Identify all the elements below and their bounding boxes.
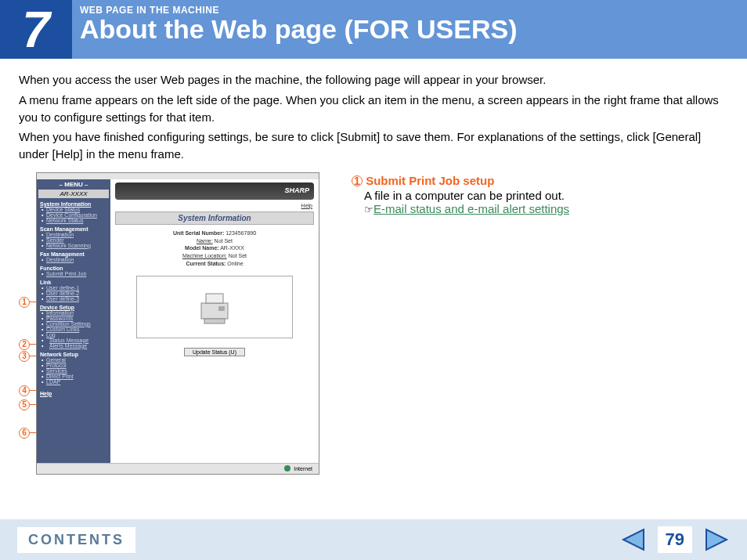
svg-rect-1 (206, 294, 223, 303)
embedded-screenshot: – MENU – AR-XXXX System Information Devi… (36, 172, 319, 475)
info-item-1-desc: A file in a computer can be printed out. (364, 189, 569, 202)
browser-status-bar: Internet (37, 463, 319, 474)
next-page-button[interactable] (703, 528, 730, 551)
email-settings-link[interactable]: E-mail status and e-mail alert settings (374, 202, 569, 215)
page-footer: CONTENTS 79 (0, 519, 747, 560)
header-text-block: WEB PAGE IN THE MACHINE About the Web pa… (72, 0, 517, 59)
pointer-icon: ☞ (364, 204, 374, 215)
intro-p1: When you access the user Web pages in th… (19, 71, 728, 89)
globe-icon (284, 465, 290, 471)
update-status-button: Update Status (U) (184, 348, 245, 356)
printer-illustration (136, 276, 293, 338)
chapter-number: 7 (0, 0, 72, 59)
chapter-header: 7 WEB PAGE IN THE MACHINE About the Web … (0, 0, 747, 59)
content-frame: SHARP Help System Information Unit Seria… (110, 179, 319, 359)
intro-p2: A menu frame appears on the left side of… (19, 92, 728, 126)
chapter-title: About the Web page (FOR USERS) (80, 14, 517, 45)
intro-paragraphs: When you access the user Web pages in th… (0, 59, 747, 172)
printer-icon (195, 287, 234, 327)
page-number: 79 (658, 526, 692, 553)
svg-marker-5 (706, 529, 727, 550)
info-item-1-number: 1 (352, 175, 363, 186)
prev-page-button[interactable] (620, 528, 647, 551)
contents-button[interactable]: CONTENTS (17, 527, 135, 553)
menu-frame: – MENU – AR-XXXX System Information Devi… (37, 179, 110, 463)
svg-rect-2 (204, 319, 225, 323)
intro-p3: When you have finished configuring setti… (19, 128, 728, 163)
screenshot-wrapper: 1 2 3 4 5 6 – MENU – AR-XXXX System Info… (19, 172, 320, 475)
info-panel: 1 Submit Print Job setup A file in a com… (320, 172, 569, 475)
svg-rect-3 (218, 306, 225, 311)
info-item-1-title: 1 Submit Print Job setup (352, 174, 569, 187)
svg-marker-4 (623, 529, 644, 550)
